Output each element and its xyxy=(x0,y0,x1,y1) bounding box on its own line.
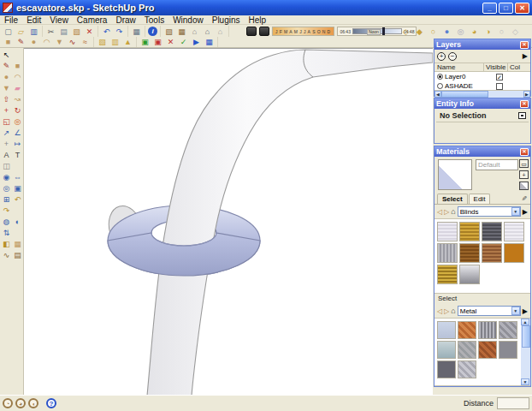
undo-icon[interactable]: ↶ xyxy=(101,27,112,37)
edge-depth-cue-icon[interactable]: ◇ xyxy=(510,27,521,37)
freehand-tool-icon[interactable]: ∿ xyxy=(67,37,78,47)
look-around-tool-icon[interactable]: ◐ xyxy=(12,216,23,227)
box-tool-icon[interactable]: ▧ xyxy=(97,37,108,47)
material-swatch-blinds-amber[interactable] xyxy=(504,243,524,263)
plugin-check-icon[interactable]: ✓ xyxy=(178,37,189,47)
scroll-thumb[interactable] xyxy=(441,91,488,98)
select-tool-icon[interactable]: ↖ xyxy=(1,49,12,60)
arc-tool-icon[interactable]: ◠ xyxy=(41,37,52,47)
plugin-delete-icon[interactable]: ✕ xyxy=(165,37,176,47)
dropdown-arrow-icon[interactable]: ▼ xyxy=(511,207,520,216)
forward-icon[interactable]: ▷ xyxy=(444,307,449,315)
layer-current-radio[interactable] xyxy=(437,83,443,89)
layer-visible-checkbox[interactable] xyxy=(496,83,503,90)
next-view-tool-icon[interactable]: ↷ xyxy=(1,205,12,216)
orbit-tool-icon[interactable]: ◉ xyxy=(1,171,12,182)
redo-icon[interactable]: ↷ xyxy=(114,27,125,37)
add-layer-button[interactable]: + xyxy=(437,52,446,61)
plugin-green-icon[interactable]: ▣ xyxy=(139,37,151,47)
material-swatch-blinds-rust[interactable] xyxy=(482,243,502,263)
cut-icon[interactable]: ✂ xyxy=(45,27,56,37)
layers-title-bar[interactable]: Layers ✕ xyxy=(434,39,530,50)
axes-tool-icon[interactable]: + xyxy=(1,138,12,149)
follow-me-tool-icon[interactable]: ↝ xyxy=(12,93,23,104)
menu-edit[interactable]: Edit xyxy=(22,15,45,25)
plugin-render-icon[interactable]: ▦ xyxy=(204,37,215,47)
measurement-input[interactable] xyxy=(497,397,529,409)
entity-info-title-bar[interactable]: Entity Info ✕ xyxy=(434,98,530,109)
xray-icon[interactable]: ◇ xyxy=(400,27,411,37)
back-icon[interactable]: ◁ xyxy=(437,307,442,315)
zoom-window-tool-icon[interactable]: ▣ xyxy=(12,182,23,194)
forward-icon[interactable]: ▷ xyxy=(444,208,449,216)
circle-tool-icon[interactable]: ● xyxy=(28,37,39,47)
shadow-toggle-icon[interactable] xyxy=(259,27,269,36)
place-model-icon[interactable]: ⌂ xyxy=(189,27,200,37)
dropdown-arrow-icon[interactable]: ▼ xyxy=(511,307,520,315)
layers-col-color[interactable]: Col xyxy=(508,63,530,71)
menu-camera[interactable]: Camera xyxy=(73,15,112,25)
sample-paint-icon[interactable]: ✎ xyxy=(520,195,528,201)
hidden-line-icon[interactable]: ● xyxy=(441,27,452,37)
entity-info-close-icon[interactable]: ✕ xyxy=(520,100,529,108)
material-swatch-metal-speckled[interactable] xyxy=(458,341,476,359)
default-material-icon[interactable] xyxy=(519,182,529,190)
share-models-icon[interactable]: ⌂ xyxy=(215,27,226,37)
material-swatch-metal-brushed[interactable] xyxy=(437,341,456,359)
line-tool-icon[interactable]: ✎ xyxy=(1,60,12,71)
layer-row[interactable]: ASHADE xyxy=(434,81,530,91)
material-swatch-metal-silver-blue[interactable] xyxy=(437,321,456,339)
tab-select[interactable]: Select xyxy=(437,194,468,204)
pan-tool-icon[interactable]: ⇔ xyxy=(12,171,23,182)
material-swatch-metal-diamond[interactable] xyxy=(458,360,476,378)
menu-help[interactable]: Help xyxy=(245,15,271,25)
create-material-icon[interactable]: + xyxy=(519,170,529,179)
toggle-details-icon[interactable] xyxy=(518,112,526,119)
toggle-terrain-icon[interactable]: ▦ xyxy=(176,27,187,37)
materials-close-icon[interactable]: ✕ xyxy=(520,148,529,156)
erase-icon[interactable]: ✕ xyxy=(84,27,95,37)
home-icon[interactable]: ⌂ xyxy=(451,307,455,315)
material-swatch-blinds-gold[interactable] xyxy=(459,222,480,241)
materials-title-bar[interactable]: Materials ✕ xyxy=(434,146,530,157)
help-icon[interactable]: ? xyxy=(46,398,56,408)
wireframe-icon[interactable]: ○ xyxy=(428,27,439,37)
model-info-icon[interactable]: i xyxy=(148,27,157,36)
material-swatch-metal-copper-plate[interactable] xyxy=(458,321,476,339)
time-track[interactable]: Noon xyxy=(352,28,402,34)
line-tool-icon[interactable]: ✎ xyxy=(15,37,27,47)
material-swatch-metal-rust[interactable] xyxy=(478,341,497,359)
material-swatch-blinds-gold-striped[interactable] xyxy=(437,265,458,284)
home-icon[interactable]: ⌂ xyxy=(451,207,455,216)
library-detail-icon[interactable]: ▶ xyxy=(523,208,528,216)
paint-bucket-tool-icon[interactable]: ◧ xyxy=(1,238,12,249)
material-swatch-blinds-brown[interactable] xyxy=(459,243,480,263)
copy-icon[interactable]: ▤ xyxy=(58,27,69,37)
polygon-tool-icon[interactable]: ▼ xyxy=(1,82,12,93)
library-detail-icon[interactable]: ▶ xyxy=(523,307,528,315)
position-camera-tool-icon[interactable]: ◍ xyxy=(1,216,12,227)
section-plane-tool-icon[interactable]: ◫ xyxy=(1,160,12,171)
menu-window[interactable]: Window xyxy=(168,15,208,25)
layers-col-visible[interactable]: Visible xyxy=(484,63,508,71)
3d-text-tool-icon[interactable]: T xyxy=(12,149,23,160)
time-thumb[interactable] xyxy=(382,27,385,35)
materials-vscrollbar[interactable]: ▲ ▼ xyxy=(521,319,530,385)
rotate-tool-icon[interactable]: ↻ xyxy=(12,104,23,116)
scroll-down-icon[interactable]: ▼ xyxy=(521,378,529,385)
sandbox-tool-icon[interactable]: ∿ xyxy=(1,249,12,260)
edge-profiles-icon[interactable]: ○ xyxy=(496,27,507,37)
remove-layer-button[interactable]: − xyxy=(448,52,457,61)
cone-tool-icon[interactable]: ▲ xyxy=(122,37,133,47)
scroll-thumb[interactable] xyxy=(522,325,530,348)
back-icon[interactable]: ◁ xyxy=(437,208,442,216)
walk-tool-icon[interactable]: ⇅ xyxy=(1,227,12,238)
menu-tools[interactable]: Tools xyxy=(140,15,168,25)
get-current-view-icon[interactable]: ▧ xyxy=(163,27,174,37)
move-tool-icon[interactable]: + xyxy=(1,104,12,116)
layer-current-radio[interactable] xyxy=(437,74,443,80)
text-tool-icon[interactable]: A xyxy=(1,149,12,160)
material-swatch-metal-gray[interactable] xyxy=(499,341,517,359)
minimize-button[interactable]: _ xyxy=(482,3,497,14)
circle-tool-icon[interactable]: ● xyxy=(1,71,12,82)
